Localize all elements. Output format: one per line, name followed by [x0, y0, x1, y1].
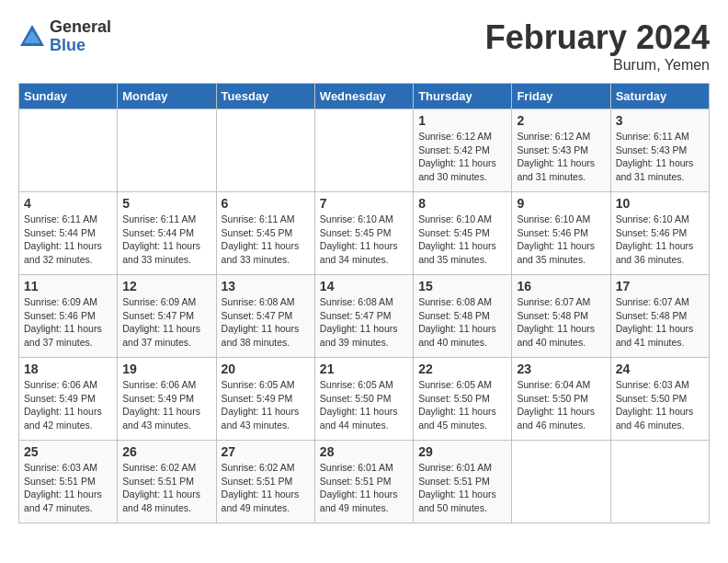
day-info: Sunrise: 6:07 AMSunset: 5:48 PMDaylight:… [616, 295, 704, 350]
day-info: Sunrise: 6:11 AMSunset: 5:44 PMDaylight:… [24, 213, 112, 267]
calendar-day-cell: 3Sunrise: 6:11 AMSunset: 5:43 PMDaylight… [610, 109, 709, 192]
day-number: 6 [222, 196, 310, 211]
day-number: 9 [517, 196, 605, 211]
calendar-day-cell: 2Sunrise: 6:12 AMSunset: 5:43 PMDaylight… [512, 109, 610, 192]
day-number: 21 [320, 362, 408, 376]
logo-icon [18, 23, 46, 51]
day-info: Sunrise: 6:03 AMSunset: 5:50 PMDaylight:… [616, 378, 704, 432]
calendar-day-cell [610, 441, 709, 523]
col-header-friday: Friday [512, 84, 610, 109]
calendar-day-cell: 9Sunrise: 6:10 AMSunset: 5:46 PMDaylight… [512, 192, 610, 275]
day-number: 26 [122, 444, 210, 459]
day-number: 10 [616, 196, 704, 211]
day-number: 2 [517, 113, 605, 128]
day-info: Sunrise: 6:12 AMSunset: 5:42 PMDaylight:… [418, 130, 506, 184]
calendar-week-row: 11Sunrise: 6:09 AMSunset: 5:46 PMDayligh… [19, 275, 710, 358]
title-area: February 2024 Burum, Yemen [485, 18, 710, 74]
calendar-day-cell: 10Sunrise: 6:10 AMSunset: 5:46 PMDayligh… [610, 192, 709, 275]
day-info: Sunrise: 6:01 AMSunset: 5:51 PMDaylight:… [418, 461, 506, 515]
calendar-day-cell [19, 109, 118, 192]
day-number: 25 [24, 444, 112, 459]
calendar-day-cell: 26Sunrise: 6:02 AMSunset: 5:51 PMDayligh… [118, 441, 216, 523]
day-info: Sunrise: 6:10 AMSunset: 5:45 PMDaylight:… [418, 213, 506, 267]
day-info: Sunrise: 6:05 AMSunset: 5:50 PMDaylight:… [418, 378, 506, 432]
day-info: Sunrise: 6:10 AMSunset: 5:46 PMDaylight:… [616, 213, 704, 267]
day-number: 14 [320, 279, 408, 293]
calendar-day-cell: 24Sunrise: 6:03 AMSunset: 5:50 PMDayligh… [610, 358, 709, 441]
col-header-saturday: Saturday [610, 84, 709, 109]
day-number: 11 [24, 279, 112, 293]
day-number: 23 [517, 362, 605, 376]
day-number: 27 [222, 444, 310, 459]
day-info: Sunrise: 6:02 AMSunset: 5:51 PMDaylight:… [122, 461, 210, 515]
calendar-day-cell: 11Sunrise: 6:09 AMSunset: 5:46 PMDayligh… [19, 275, 118, 358]
calendar-week-row: 18Sunrise: 6:06 AMSunset: 5:49 PMDayligh… [19, 358, 710, 441]
col-header-sunday: Sunday [19, 84, 118, 109]
col-header-monday: Monday [118, 84, 216, 109]
col-header-wednesday: Wednesday [314, 84, 413, 109]
day-info: Sunrise: 6:05 AMSunset: 5:50 PMDaylight:… [320, 378, 408, 432]
day-number: 5 [122, 196, 210, 211]
calendar-day-cell: 23Sunrise: 6:04 AMSunset: 5:50 PMDayligh… [512, 358, 610, 441]
calendar-day-cell: 14Sunrise: 6:08 AMSunset: 5:47 PMDayligh… [314, 275, 413, 358]
calendar-day-cell: 4Sunrise: 6:11 AMSunset: 5:44 PMDaylight… [19, 192, 118, 275]
logo: General Blue [18, 18, 111, 55]
calendar-week-row: 4Sunrise: 6:11 AMSunset: 5:44 PMDaylight… [19, 192, 710, 275]
day-number: 7 [320, 196, 408, 211]
day-info: Sunrise: 6:04 AMSunset: 5:50 PMDaylight:… [517, 378, 605, 432]
month-year-title: February 2024 [485, 18, 710, 57]
calendar-day-cell: 13Sunrise: 6:08 AMSunset: 5:47 PMDayligh… [216, 275, 314, 358]
day-number: 29 [418, 444, 506, 459]
calendar-day-cell [314, 109, 413, 192]
calendar-day-cell: 22Sunrise: 6:05 AMSunset: 5:50 PMDayligh… [414, 358, 512, 441]
calendar-day-cell [512, 441, 610, 523]
logo-blue-text: Blue [50, 37, 111, 55]
day-info: Sunrise: 6:03 AMSunset: 5:51 PMDaylight:… [24, 461, 112, 515]
calendar-table: SundayMondayTuesdayWednesdayThursdayFrid… [18, 83, 710, 523]
day-number: 16 [517, 279, 605, 293]
calendar-week-row: 1Sunrise: 6:12 AMSunset: 5:42 PMDaylight… [19, 109, 710, 192]
calendar-day-cell: 29Sunrise: 6:01 AMSunset: 5:51 PMDayligh… [414, 441, 512, 523]
col-header-thursday: Thursday [414, 84, 512, 109]
day-info: Sunrise: 6:07 AMSunset: 5:48 PMDaylight:… [517, 295, 605, 350]
day-info: Sunrise: 6:01 AMSunset: 5:51 PMDaylight:… [320, 461, 408, 515]
calendar-day-cell: 1Sunrise: 6:12 AMSunset: 5:42 PMDaylight… [414, 109, 512, 192]
day-info: Sunrise: 6:06 AMSunset: 5:49 PMDaylight:… [24, 378, 112, 432]
day-info: Sunrise: 6:05 AMSunset: 5:49 PMDaylight:… [222, 378, 310, 432]
day-info: Sunrise: 6:09 AMSunset: 5:47 PMDaylight:… [122, 295, 210, 350]
calendar-day-cell: 16Sunrise: 6:07 AMSunset: 5:48 PMDayligh… [512, 275, 610, 358]
day-info: Sunrise: 6:06 AMSunset: 5:49 PMDaylight:… [122, 378, 210, 432]
day-info: Sunrise: 6:08 AMSunset: 5:47 PMDaylight:… [320, 295, 408, 350]
location-text: Burum, Yemen [485, 57, 710, 74]
day-number: 13 [222, 279, 310, 293]
day-number: 12 [122, 279, 210, 293]
page-header: General Blue February 2024 Burum, Yemen [18, 18, 710, 74]
day-number: 8 [418, 196, 506, 211]
logo-general-text: General [50, 18, 111, 37]
calendar-week-row: 25Sunrise: 6:03 AMSunset: 5:51 PMDayligh… [19, 441, 710, 523]
calendar-day-cell: 25Sunrise: 6:03 AMSunset: 5:51 PMDayligh… [19, 441, 118, 523]
calendar-day-cell: 20Sunrise: 6:05 AMSunset: 5:49 PMDayligh… [216, 358, 314, 441]
day-number: 1 [418, 113, 506, 128]
calendar-day-cell: 27Sunrise: 6:02 AMSunset: 5:51 PMDayligh… [216, 441, 314, 523]
calendar-day-cell [118, 109, 216, 192]
day-info: Sunrise: 6:10 AMSunset: 5:45 PMDaylight:… [320, 213, 408, 267]
day-number: 20 [222, 362, 310, 376]
col-header-tuesday: Tuesday [216, 84, 314, 109]
day-info: Sunrise: 6:11 AMSunset: 5:45 PMDaylight:… [222, 213, 310, 267]
day-info: Sunrise: 6:09 AMSunset: 5:46 PMDaylight:… [24, 295, 112, 350]
calendar-day-cell: 6Sunrise: 6:11 AMSunset: 5:45 PMDaylight… [216, 192, 314, 275]
calendar-day-cell: 18Sunrise: 6:06 AMSunset: 5:49 PMDayligh… [19, 358, 118, 441]
day-number: 4 [24, 196, 112, 211]
calendar-day-cell: 15Sunrise: 6:08 AMSunset: 5:48 PMDayligh… [414, 275, 512, 358]
calendar-day-cell: 19Sunrise: 6:06 AMSunset: 5:49 PMDayligh… [118, 358, 216, 441]
day-info: Sunrise: 6:12 AMSunset: 5:43 PMDaylight:… [517, 130, 605, 184]
calendar-day-cell [216, 109, 314, 192]
day-number: 15 [418, 279, 506, 293]
day-info: Sunrise: 6:08 AMSunset: 5:47 PMDaylight:… [222, 295, 310, 350]
calendar-day-cell: 12Sunrise: 6:09 AMSunset: 5:47 PMDayligh… [118, 275, 216, 358]
day-info: Sunrise: 6:11 AMSunset: 5:44 PMDaylight:… [122, 213, 210, 267]
day-number: 17 [616, 279, 704, 293]
day-info: Sunrise: 6:02 AMSunset: 5:51 PMDaylight:… [222, 461, 310, 515]
calendar-day-cell: 8Sunrise: 6:10 AMSunset: 5:45 PMDaylight… [414, 192, 512, 275]
